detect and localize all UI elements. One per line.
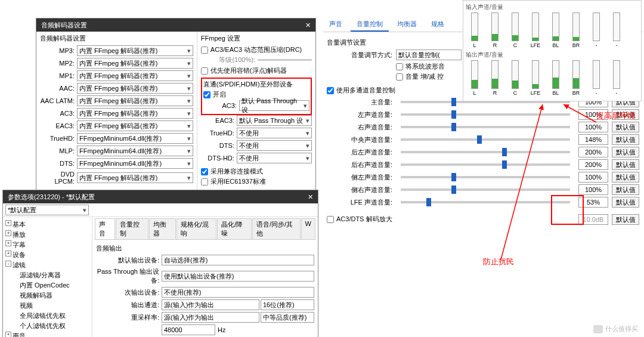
decoder-select-4[interactable]: 内置 FFmpeg 解码器(推荐) <box>77 95 193 106</box>
pct-3[interactable]: 148% <box>578 134 608 145</box>
ac3-pt-select[interactable]: 默认 Pass Through 设 <box>239 100 309 111</box>
ac3dts-checkbox[interactable] <box>327 216 334 223</box>
fault-checkbox[interactable] <box>201 67 208 75</box>
tree-item[interactable]: +声音 <box>5 331 89 337</box>
multi-channel-checkbox[interactable] <box>327 87 334 94</box>
ac3dts-default-button[interactable]: 默认值 <box>612 214 639 225</box>
meter-BL: BL <box>547 13 565 48</box>
tree-item[interactable]: 全局滤镜优先权 <box>5 311 89 321</box>
config-select[interactable]: *默认配置 <box>5 205 89 215</box>
pct-6[interactable]: 100% <box>578 172 608 183</box>
drc-checkbox[interactable] <box>201 47 208 54</box>
titlebar: 音频解码器设置 ✕ <box>36 18 315 32</box>
slider-6[interactable] <box>401 176 570 178</box>
watermark: 什么值得买 <box>593 324 638 333</box>
out-select2-4[interactable]: 中等品质(推荐) <box>261 312 314 323</box>
out-select-2[interactable]: 不使用(推荐) <box>162 287 314 298</box>
tree-item[interactable]: -滤镜 <box>5 260 89 270</box>
pct-7[interactable]: 100% <box>578 184 608 195</box>
titlebar: 参数选项(231220) - *默认配置 ✕ <box>3 190 318 203</box>
tree-item[interactable]: +设备 <box>5 250 89 260</box>
close-icon[interactable]: ✕ <box>305 21 311 29</box>
tab-音量控制[interactable]: 音量控制 <box>351 18 389 32</box>
meter--: - <box>587 13 605 48</box>
tab-音量控制[interactable]: 音量控制 <box>116 218 148 239</box>
meter-C: C <box>506 60 524 96</box>
rear-surround-label: 提高后环绕 <box>596 110 635 121</box>
enable-passthrough-checkbox[interactable] <box>203 91 210 98</box>
decoder-select-2[interactable]: 内置 FFmpeg 解码器(推荐) <box>77 70 193 81</box>
tab-均衡器[interactable]: 均衡器 <box>149 218 176 239</box>
tab-均衡器[interactable]: 均衡器 <box>391 18 423 32</box>
default-button-6[interactable]: 默认值 <box>612 172 639 183</box>
default-button-4[interactable]: 默认值 <box>612 147 639 157</box>
pt-select-2[interactable]: 不使用 <box>237 128 312 138</box>
decoder-select-7[interactable]: FFmpegMininum64.dll(推荐) <box>77 133 193 144</box>
out-select-0[interactable]: 自动选择(推荐) <box>162 255 314 265</box>
out-select-3[interactable]: 源(输入)作为输出 <box>162 299 259 310</box>
slider-1[interactable] <box>401 113 570 116</box>
slider-5[interactable] <box>401 163 570 166</box>
pct-5[interactable]: 200% <box>578 159 608 170</box>
pt-select-3[interactable]: 不使用 <box>237 140 312 151</box>
window-title: 音频解码器设置 <box>41 21 87 30</box>
out-select-1[interactable]: 使用默认输出设备(推荐) <box>162 271 314 282</box>
tree-item[interactable]: 视频解码器 <box>5 290 89 301</box>
tab-规格[interactable]: 规格 <box>425 18 450 32</box>
tree-item[interactable]: 源滤镜/分离器 <box>5 270 89 280</box>
decoder-select-1[interactable]: 内置 FFmpeg 解码器(推荐) <box>77 58 193 69</box>
meter--: - <box>587 60 605 96</box>
hz-input[interactable]: 48000 <box>162 324 215 335</box>
decoder-select-5[interactable]: 内置 FFmpeg 解码器(推荐) <box>77 108 193 119</box>
rear-pct-highlight <box>551 195 584 225</box>
pct-2[interactable]: 100% <box>578 122 608 132</box>
slider-8[interactable] <box>401 201 570 203</box>
default-button-2[interactable]: 默认值 <box>612 122 639 132</box>
slider-3[interactable] <box>401 138 570 141</box>
tab-晶化/降噪[interactable]: 晶化/降噪 <box>217 218 252 239</box>
compat-checkbox[interactable] <box>201 168 208 175</box>
tree-item[interactable]: +字幕 <box>5 240 89 250</box>
decoder-select-9[interactable]: FFmpegMininum64.dll(推荐) <box>77 158 193 169</box>
tree-item[interactable]: 内置 OpenCodec <box>5 280 89 290</box>
nav-tree: +基本+播放+字幕+设备-滤镜源滤镜/分离器内置 OpenCodec视频解码器视… <box>3 217 92 337</box>
meter-L: L <box>466 13 484 48</box>
tab-声音[interactable]: 声音 <box>95 218 115 239</box>
slider-4[interactable] <box>401 151 570 153</box>
prevent-noise-label: 防止扰民 <box>483 256 514 267</box>
decoder-select-8[interactable]: FFmpegMininum64.dll(推荐) <box>77 146 193 156</box>
meter--: - <box>608 13 626 48</box>
default-button-5[interactable]: 默认值 <box>612 159 639 170</box>
slider-7[interactable] <box>401 188 570 191</box>
tab-规格化/混响[interactable]: 规格化/混响 <box>177 218 217 239</box>
iec-checkbox[interactable] <box>201 178 208 185</box>
tab-声音[interactable]: 声音 <box>323 18 348 32</box>
default-button-8[interactable]: 默认值 <box>612 197 639 208</box>
vol-method-select[interactable]: 默认音量控制( <box>396 50 462 60</box>
ffmpeg-section-title: FFmpeg 设置 <box>201 34 312 43</box>
default-button-7[interactable]: 默认值 <box>612 184 639 195</box>
decoder-select-10[interactable]: 内置 FFmpeg 解码器(推荐) <box>77 172 193 183</box>
close-icon[interactable]: ✕ <box>308 193 313 201</box>
decoder-select-0[interactable]: 内置 FFmpeg 解码器(推荐) <box>77 45 193 56</box>
pct-4[interactable]: 200% <box>578 147 608 157</box>
default-button-3[interactable]: 默认值 <box>612 134 639 145</box>
tree-item[interactable]: +基本 <box>5 219 89 230</box>
tree-item[interactable]: 视频 <box>5 301 89 311</box>
tab-W[interactable]: W <box>301 218 315 239</box>
decoder-select-3[interactable]: 内置 FFmpeg 解码器(推荐) <box>77 83 193 94</box>
out-select2-3[interactable]: 16位(推荐) <box>261 299 314 310</box>
meter-C: C <box>506 13 524 48</box>
slider-2[interactable] <box>401 126 570 128</box>
tree-item[interactable]: 个人滤镜优先权 <box>5 321 89 331</box>
pt-select-4[interactable]: 不使用 <box>237 153 312 163</box>
meter-BR: BR <box>567 13 585 48</box>
decoder-select-6[interactable]: 内置 FFmpeg 解码器(推荐) <box>77 120 193 131</box>
thumbs-up-icon <box>593 325 603 333</box>
out-select-4[interactable]: 源(输入)作为输出 <box>162 312 259 323</box>
tree-item[interactable]: +播放 <box>5 230 89 240</box>
pt-select-1[interactable]: 默认 Pass Through 设 <box>237 115 312 126</box>
vol-updown-checkbox[interactable] <box>396 73 403 81</box>
tab-语音/同步/其他[interactable]: 语音/同步/其他 <box>252 218 301 239</box>
sys-wave-checkbox[interactable] <box>396 63 403 70</box>
